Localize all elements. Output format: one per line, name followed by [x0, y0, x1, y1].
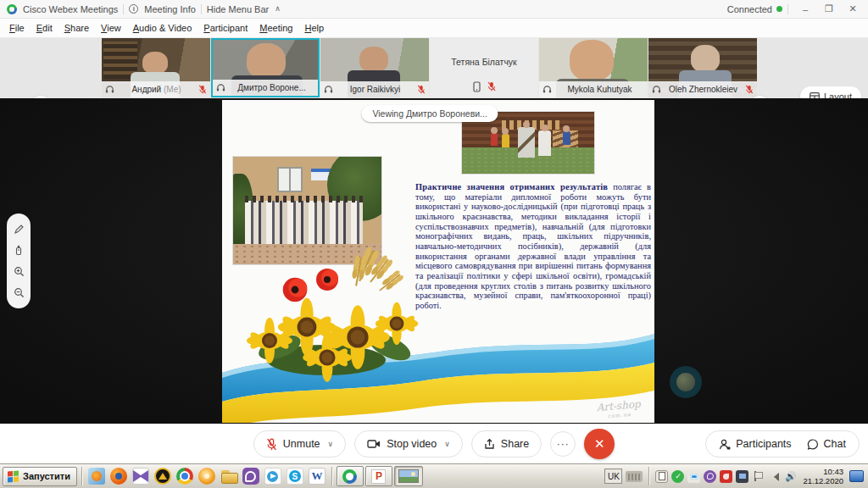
mic-muted-icon [745, 85, 754, 94]
menu-meeting[interactable]: Meeting [253, 20, 298, 36]
annotate-pen-button[interactable] [8, 221, 29, 238]
panels-group: Participants Chat [705, 430, 860, 458]
shared-slide: Практичне значення отриманих результатів… [222, 100, 654, 423]
windows-taskbar: Запустити W P UK 🔊 [0, 463, 868, 488]
taskbar-word-icon[interactable]: W [307, 466, 327, 486]
maximize-button[interactable]: ❐ [817, 0, 841, 18]
headset-icon [652, 85, 661, 94]
mic-muted-icon [198, 85, 207, 94]
pointer-button[interactable] [8, 242, 29, 259]
taskbar-disc-burner-icon[interactable] [197, 466, 217, 486]
info-icon: i [129, 4, 138, 14]
participant-tile-oleh[interactable]: Oleh Zhernokleiev [648, 38, 757, 97]
chevron-down-icon[interactable]: ∨ [328, 440, 334, 448]
unmute-button[interactable]: Unmute ∨ [253, 430, 346, 458]
menu-edit[interactable]: Edit [31, 20, 58, 36]
participants-panel-button[interactable]: Participants [711, 438, 798, 450]
keyboard-layout-icon[interactable] [626, 471, 643, 482]
participant-name: Oleh Zhernokleiev [665, 85, 742, 94]
meeting-control-bar: Unmute ∨ Stop video ∨ Share ··· ✕ Partic… [0, 424, 868, 463]
volume-tray-icon[interactable]: 🔊 [784, 470, 797, 483]
participant-tile-dmytro-active-speaker[interactable]: Дмитро Вороне... [211, 38, 320, 97]
taskbar-webex-running-button[interactable] [337, 466, 364, 486]
taskbar-powerpoint-running-button[interactable]: P [365, 466, 392, 486]
chevron-down-icon[interactable]: ∨ [444, 440, 450, 448]
menu-view[interactable]: View [95, 20, 127, 36]
leave-meeting-button[interactable]: ✕ [584, 429, 615, 459]
connected-dot-icon [776, 6, 782, 12]
taskbar-firefox-icon[interactable] [108, 466, 129, 486]
viber-tray-icon[interactable] [704, 470, 716, 483]
headset-icon [105, 85, 114, 94]
share-screen-icon [484, 438, 495, 450]
taskbar-viber-icon[interactable] [241, 466, 261, 486]
zoom-out-icon [14, 287, 25, 298]
zoom-in-icon [14, 266, 25, 277]
minimize-button[interactable]: – [793, 0, 817, 18]
laser-pointer-icon [14, 245, 23, 256]
participant-tile-tetiana[interactable]: Тетяна Білатчук [430, 38, 538, 97]
menu-file[interactable]: File [3, 20, 31, 36]
mic-muted-icon [266, 438, 277, 451]
taskbar-telegram-icon[interactable] [263, 466, 283, 486]
network-signal-tray-icon[interactable] [768, 470, 781, 483]
title-bar: Cisco Webex Meetings i Meeting Info Hide… [0, 0, 868, 19]
zoom-out-button[interactable] [8, 285, 29, 302]
participant-tile-andriy[interactable]: Андрий (Me) [102, 38, 210, 97]
divider [123, 4, 124, 14]
menu-participant[interactable]: Participant [198, 20, 253, 36]
windows-logo-icon [8, 470, 19, 482]
headset-icon [216, 83, 225, 92]
taskbar-media-player-icon[interactable] [86, 466, 107, 486]
display-tray-icon[interactable] [736, 470, 748, 483]
start-button[interactable]: Запустити [3, 467, 77, 486]
shared-content-stage: Viewing Дмитро Вороневи... [0, 98, 868, 424]
meeting-info-button[interactable]: i Meeting Info [129, 4, 196, 14]
taskbar-image-viewer-running-button[interactable] [394, 466, 423, 486]
taskbar-kmplayer-icon[interactable] [131, 466, 151, 486]
share-button[interactable]: Share [471, 430, 542, 458]
flag-tray-icon[interactable] [752, 470, 765, 483]
headset-icon [324, 85, 333, 94]
chat-bubble-icon [807, 439, 819, 450]
taskbar-skype-icon[interactable] [285, 466, 305, 486]
antivirus-tray-icon[interactable] [720, 470, 732, 483]
webex-watermark-icon [670, 366, 702, 398]
stop-video-button[interactable]: Stop video ∨ [354, 430, 463, 458]
show-desktop-button[interactable] [849, 470, 864, 482]
close-button[interactable]: ✕ [841, 0, 865, 18]
menu-share[interactable]: Share [58, 20, 95, 36]
connection-status: Connected [727, 4, 772, 14]
taskbar-file-explorer-icon[interactable] [219, 466, 239, 486]
more-options-button[interactable]: ··· [550, 431, 576, 457]
taskbar-chrome-icon[interactable] [175, 466, 195, 486]
eye-tray-icon[interactable] [687, 470, 700, 483]
window-title: Cisco Webex Meetings [23, 4, 118, 14]
clipboard-tray-icon[interactable] [655, 470, 668, 483]
participant-tile-igor[interactable]: Igor Raikivkyi [320, 38, 429, 97]
mic-muted-icon [417, 85, 426, 94]
powerpoint-icon: P [371, 469, 386, 484]
divider [331, 467, 332, 485]
participant-name: Дмитро Вороне... [229, 83, 314, 92]
chat-panel-button[interactable]: Chat [799, 438, 854, 450]
more-icon: ··· [557, 438, 570, 450]
participant-name: Mykola Kuhutyak [555, 85, 644, 94]
participant-strip: Андрий (Me) Дмитро Вороне... [0, 38, 868, 98]
hide-menu-bar-button[interactable]: Hide Menu Bar ∧ [207, 4, 281, 14]
menu-help[interactable]: Help [298, 20, 330, 36]
pen-icon [14, 225, 24, 235]
clock-date: 21.12.2020 [803, 476, 843, 485]
participant-tile-mykola[interactable]: Mykola Kuhutyak [539, 38, 648, 97]
webex-logo-icon [7, 4, 17, 14]
taskbar-clock[interactable]: 10:43 21.12.2020 [800, 467, 846, 486]
taskbar-aimp-icon[interactable] [153, 466, 173, 486]
language-indicator[interactable]: UK [604, 469, 622, 484]
menu-audio-video[interactable]: Audio & Video [127, 20, 198, 36]
zoom-in-button[interactable] [8, 263, 29, 280]
participant-name: Igor Raikivkyi [337, 85, 414, 94]
status-check-tray-icon[interactable] [671, 470, 684, 483]
mic-muted-icon [487, 81, 496, 92]
annotation-toolbar [7, 214, 31, 308]
headset-icon [542, 85, 552, 94]
